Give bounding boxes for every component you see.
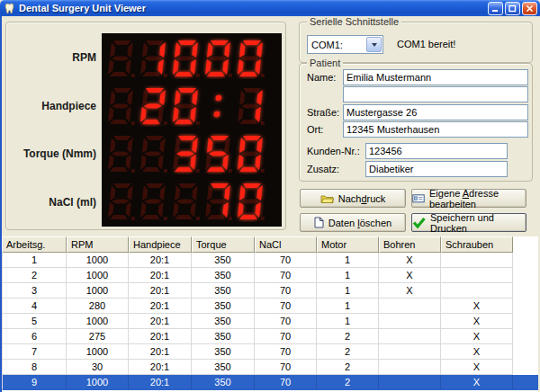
table-cell[interactable]: 350	[192, 344, 255, 360]
table-cell[interactable]	[379, 360, 441, 375]
table-cell[interactable]: 6	[2, 329, 67, 344]
table-row-2[interactable]: 2100020:1350701X	[2, 268, 538, 283]
table-cell[interactable]: 7	[2, 344, 67, 360]
table-cell[interactable]: 1	[317, 253, 379, 268]
customer-number-field[interactable]	[365, 143, 508, 159]
close-button[interactable]	[522, 2, 537, 15]
table-cell[interactable]: X	[441, 344, 513, 360]
table-cell[interactable]: 350	[192, 268, 255, 283]
table-cell[interactable]: X	[379, 283, 441, 298]
table-row-5[interactable]: 5100020:1350701X	[2, 314, 538, 329]
reprint-button[interactable]: Nachdruck	[300, 189, 406, 208]
table-cell[interactable]: 20:1	[129, 344, 192, 360]
table-row-9[interactable]: 9100020:1350702X	[2, 375, 538, 390]
table-cell[interactable]: 1	[2, 253, 67, 268]
table-cell[interactable]: 2	[317, 344, 379, 360]
table-cell[interactable]: X	[379, 253, 441, 268]
table-cell[interactable]: 8	[2, 360, 67, 375]
table-cell[interactable]: 20:1	[129, 314, 192, 329]
table-cell[interactable]: 20:1	[129, 298, 192, 314]
table-cell[interactable]: 20:1	[129, 253, 192, 268]
name2-field[interactable]	[343, 86, 528, 102]
table-cell[interactable]: 350	[192, 314, 255, 329]
table-cell[interactable]	[379, 298, 441, 314]
table-cell[interactable]: 2	[317, 375, 379, 390]
name-field[interactable]	[343, 69, 528, 85]
column-header-schrauben[interactable]: Schrauben	[441, 236, 513, 253]
table-cell[interactable]	[379, 314, 441, 329]
table-cell[interactable]: 1000	[67, 283, 129, 298]
edit-own-address-button[interactable]: Eigene Adresse bearbeiten	[411, 189, 526, 208]
table-cell[interactable]	[379, 375, 441, 390]
table-cell[interactable]: 1	[317, 283, 379, 298]
table-cell[interactable]: X	[441, 329, 513, 344]
table-row-1[interactable]: 1100020:1350701X	[2, 253, 538, 268]
table-cell[interactable]: 275	[67, 329, 129, 344]
minimize-button[interactable]	[488, 2, 503, 15]
table-cell[interactable]: 5	[2, 314, 67, 329]
table-cell[interactable]: 350	[192, 283, 255, 298]
table-cell[interactable]: X	[441, 298, 513, 314]
table-cell[interactable]: 1	[317, 298, 379, 314]
table-row-6[interactable]: 627520:1350702X	[2, 329, 538, 344]
table-cell[interactable]: 2	[2, 268, 67, 283]
table-cell[interactable]: 350	[192, 329, 255, 344]
table-cell[interactable]: X	[441, 360, 513, 375]
table-cell[interactable]: 1	[317, 268, 379, 283]
clear-data-button[interactable]: Daten löschen	[300, 213, 406, 232]
table-row-8[interactable]: 83020:1350702X	[2, 360, 538, 375]
table-row-7[interactable]: 7100020:1350702X	[2, 344, 538, 360]
table-cell[interactable]: 9	[2, 375, 67, 390]
table-cell[interactable]: 1000	[67, 253, 129, 268]
table-cell[interactable]: 20:1	[129, 360, 192, 375]
table-cell[interactable]	[441, 268, 513, 283]
table-cell[interactable]: 20:1	[129, 329, 192, 344]
table-cell[interactable]: 70	[255, 268, 317, 283]
table-cell[interactable]: 2	[317, 360, 379, 375]
table-cell[interactable]: 70	[255, 344, 317, 360]
table-cell[interactable]: 4	[2, 298, 67, 314]
table-cell[interactable]: 280	[67, 298, 129, 314]
table-cell[interactable]: 70	[255, 314, 317, 329]
table-cell[interactable]: 2	[317, 329, 379, 344]
table-row-3[interactable]: 3100020:1350701X	[2, 283, 538, 298]
maximize-button[interactable]	[505, 2, 520, 15]
table-cell[interactable]: 350	[192, 375, 255, 390]
table-cell[interactable]: 1000	[67, 268, 129, 283]
table-cell[interactable]: 30	[67, 360, 129, 375]
column-header-handpiece[interactable]: Handpiece	[129, 236, 192, 253]
table-cell[interactable]	[379, 329, 441, 344]
table-cell[interactable]: 70	[255, 329, 317, 344]
table-cell[interactable]: 3	[2, 283, 67, 298]
com-port-select[interactable]: COM1:	[307, 35, 383, 54]
table-cell[interactable]	[441, 283, 513, 298]
table-cell[interactable]: 70	[255, 298, 317, 314]
table-cell[interactable]: X	[379, 268, 441, 283]
table-cell[interactable]: 20:1	[129, 268, 192, 283]
column-header-rpm[interactable]: RPM	[67, 236, 129, 253]
column-header-arbeitsg[interactable]: Arbeitsg.	[2, 236, 67, 253]
table-cell[interactable]: 1000	[67, 314, 129, 329]
city-field[interactable]	[343, 121, 528, 138]
table-cell[interactable]: 350	[192, 360, 255, 375]
column-header-torque[interactable]: Torque	[192, 236, 255, 253]
table-cell[interactable]: 20:1	[129, 375, 192, 390]
column-header-motor[interactable]: Motor	[317, 236, 379, 253]
combo-dropdown-button[interactable]	[366, 37, 382, 52]
table-cell[interactable]: 70	[255, 283, 317, 298]
table-cell[interactable]: 1	[317, 314, 379, 329]
column-header-bohren[interactable]: Bohren	[379, 236, 441, 253]
table-cell[interactable]: 350	[192, 253, 255, 268]
table-cell[interactable]: 70	[255, 375, 317, 390]
street-field[interactable]	[343, 104, 528, 120]
extra-info-field[interactable]	[365, 161, 508, 177]
table-cell[interactable]: 20:1	[129, 283, 192, 298]
table-cell[interactable]: 350	[192, 298, 255, 314]
table-cell[interactable]: 1000	[67, 344, 129, 360]
column-header-nacl[interactable]: NaCl	[255, 236, 317, 253]
table-cell[interactable]: 70	[255, 253, 317, 268]
table-cell[interactable]: X	[441, 375, 513, 390]
table-cell[interactable]: 1000	[67, 375, 129, 390]
table-cell[interactable]	[379, 344, 441, 360]
table-cell[interactable]: X	[441, 314, 513, 329]
